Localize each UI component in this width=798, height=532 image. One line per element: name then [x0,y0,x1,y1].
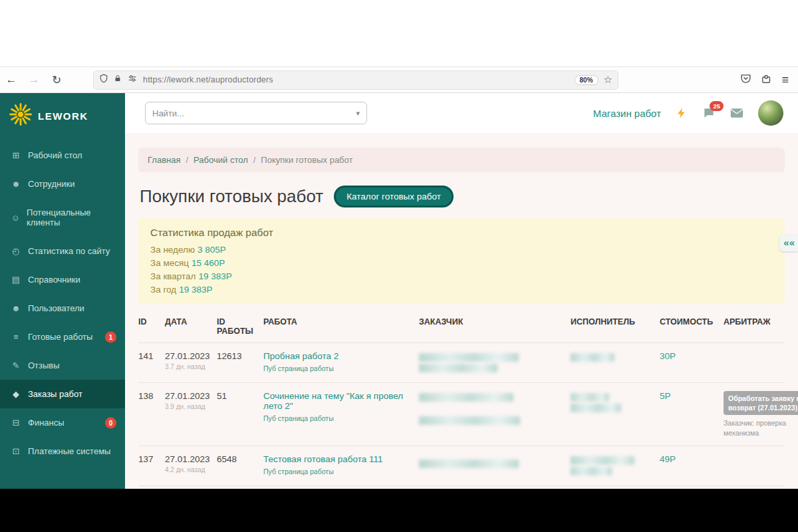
forward-icon[interactable]: → [23,73,45,86]
cell-executor [571,351,656,364]
cell-work: Тестовая готовая работа 111 Пуб страница… [263,454,415,475]
cell-work-id: 51 [217,391,259,401]
sidebar-item-finances[interactable]: ⊟ Финансы 0 [0,408,125,437]
pocket-icon[interactable] [740,73,751,87]
work-link[interactable]: Сочинение на тему "Как я провел лето 2" [263,391,415,411]
date-ago: 3.9 дн. назад [165,403,213,410]
sidebar: LEWORK ⊞ Рабочий стол ☻ Сотрудники ☺ Пот… [0,93,125,489]
sidebar-item-users[interactable]: ☻ Пользователи [0,294,125,323]
table-row: 141 27.01.2023 3.7 дн. назад 12613 Пробн… [138,342,785,382]
zoom-level-badge[interactable]: 80% [575,75,598,85]
stat-year: За год19 383Р [150,285,773,295]
bookmark-star-icon[interactable]: ☆ [604,74,612,86]
search-box: ▾ [145,102,367,124]
cell-price: 5Р [660,391,720,401]
work-public-page-link[interactable]: Пуб страница работы [263,414,415,422]
col-price: СТОИМОСТЬ [660,317,720,327]
permissions-toggle-icon[interactable] [127,74,138,86]
sidebar-item-label: Платежные системы [28,446,110,456]
cell-work-id: 12613 [217,351,259,361]
sidebar-item-desktop[interactable]: ⊞ Рабочий стол [0,141,125,170]
sidebar-item-label: Финансы [28,418,65,428]
orders-table: ID ДАТА ID РАБОТЫ РАБОТА ЗАКАЗЧИК ИСПОЛН… [138,312,785,489]
lightning-icon[interactable] [676,107,688,119]
sidebar-item-directories[interactable]: ▤ Справочники [0,265,125,294]
breadcrumb-separator: / [186,155,188,165]
reload-icon[interactable]: ↻ [45,73,68,87]
sidebar-item-site-stats[interactable]: ◴ Статистика по сайту [0,237,125,265]
book-icon: ▤ [11,275,21,285]
employees-icon: ☻ [11,179,21,189]
address-bar[interactable]: https://lework.net/auproductorders 80% ☆ [93,70,618,90]
clock-icon: ◴ [11,246,21,256]
sidebar-item-work-orders[interactable]: ◆ Заказы работ [0,380,125,408]
cell-executor [571,391,656,414]
redacted-executor [571,393,609,402]
process-refund-button[interactable]: Обработать заявку на возврат (27.01.2023… [724,391,798,415]
stat-week: За неделю3 805Р [150,245,773,255]
back-icon[interactable]: ← [0,73,23,86]
col-work-id: ID РАБОТЫ [217,317,259,336]
brand[interactable]: LEWORK [0,93,125,137]
table-row: 138 27.01.2023 3.9 дн. назад 51 Сочинени… [138,382,785,446]
breadcrumb-desktop[interactable]: Рабочий стол [194,155,248,165]
chevron-down-icon[interactable]: ▾ [356,109,360,118]
payment-icon: ⊡ [11,446,21,456]
page-title: Покупки готовых работ [140,186,323,207]
shop-link[interactable]: Магазин работ [593,108,661,119]
table-row: 137 27.01.2023 4.2 дн. назад 6548 Тестов… [138,446,785,485]
cell-id: 138 [138,391,161,401]
extensions-icon[interactable] [761,73,772,87]
redacted-customer [419,353,519,362]
sidebar-item-reviews[interactable]: ✎ Отзывы [0,351,125,380]
users-icon: ☻ [11,303,21,313]
cell-customer [419,454,567,470]
sidebar-item-label: Сотрудники [28,179,74,189]
redacted-executor [571,404,621,412]
sidebar-item-label: Статистика по сайту [28,246,110,256]
catalog-button[interactable]: Каталог готовых работ [334,186,454,207]
shield-icon[interactable] [99,74,108,86]
work-public-page-link[interactable]: Пуб страница работы [263,467,415,475]
browser-toolbar: ← → ↻ https://lework.net/auproductorders… [0,66,798,93]
breadcrumb-separator: / [253,155,256,165]
sidebar-item-finished-works[interactable]: ≡ Готовые работы 1 [0,323,125,351]
chat-icon[interactable]: 25 [702,106,716,120]
cell-customer [419,351,567,374]
lock-icon[interactable] [114,74,122,86]
sidebar-nav: ⊞ Рабочий стол ☻ Сотрудники ☺ Потенциаль… [0,141,125,466]
cell-customer [419,391,567,427]
search-input[interactable] [152,108,356,118]
work-public-page-link[interactable]: Пуб страница работы [263,364,415,372]
arbitration-note: Заказчик: проверка механизма [724,418,798,437]
page-content: Главная / Рабочий стол / Покупки готовых… [125,133,798,489]
cell-id: 137 [138,454,161,464]
cell-date: 27.01.2023 3.9 дн. назад [165,391,213,410]
letterbox-bar [0,489,798,532]
collapse-panel-button[interactable]: «« [779,235,798,251]
notifications-badge: 25 [710,101,724,111]
breadcrumb-home[interactable]: Главная [148,155,180,165]
menu-icon[interactable]: ≡ [781,73,789,87]
url-text: https://lework.net/auproductorders [143,75,569,84]
brand-name: LEWORK [38,110,88,122]
work-link[interactable]: Тестовая готовая работа 111 [263,454,415,464]
sidebar-item-employees[interactable]: ☻ Сотрудники [0,170,125,198]
redacted-executor [571,456,634,465]
stat-quarter: За квартал19 383Р [150,271,773,281]
sidebar-item-potential-clients[interactable]: ☺ Потенциальные клиенты [0,198,125,237]
cell-date: 27.01.2023 3.7 дн. назад [165,351,213,370]
redacted-customer [419,393,513,402]
table-header: ID ДАТА ID РАБОТЫ РАБОТА ЗАКАЗЧИК ИСПОЛН… [138,312,785,342]
cell-price: 49Р [660,454,720,464]
main-area: ▾ Магазин работ 25 [125,93,798,489]
sidebar-item-label: Потенциальные клиенты [27,207,114,227]
breadcrumb-current: Покупки готовых работ [261,155,352,165]
screenshot-frame: ← → ↻ https://lework.net/auproductorders… [0,0,798,532]
sidebar-item-payment-systems[interactable]: ⊡ Платежные системы [0,437,125,466]
mail-icon[interactable] [730,108,743,118]
work-link[interactable]: Пробная работа 2 [263,351,415,361]
avatar[interactable] [758,100,783,126]
cell-id: 141 [138,351,161,361]
list-icon: ≡ [11,332,21,342]
